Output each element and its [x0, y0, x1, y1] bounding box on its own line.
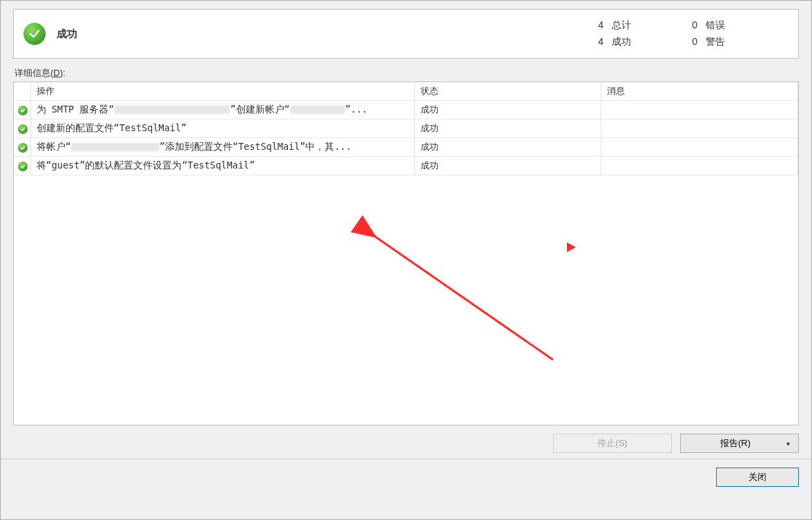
- details-table-container: 操作 状态 消息 为 SMTP 服务器“”创建新帐户“”...成功创建新的配置文…: [13, 81, 799, 425]
- stop-button: 停止(S): [553, 434, 672, 453]
- table-row[interactable]: 将帐户“”添加到配置文件“TestSqlMail”中，其...成功: [14, 138, 798, 157]
- success-label: 成功: [612, 36, 667, 48]
- col-header-status[interactable]: 状态: [414, 82, 601, 101]
- summary-title: 成功: [57, 28, 77, 41]
- success-small-icon: [18, 124, 28, 134]
- table-row[interactable]: 创建新的配置文件“TestSqlMail”成功: [14, 119, 798, 138]
- dialog-body: 成功 4 总计 0 错误 4 成功 0 警告 详细信息(D):: [1, 1, 811, 459]
- total-count: 4: [579, 19, 606, 32]
- success-icon: [23, 23, 46, 45]
- report-button[interactable]: 报告(R): [680, 434, 799, 453]
- row-status-cell: 成功: [414, 101, 601, 119]
- action-button-row: 停止(S) 报告(R): [13, 425, 799, 459]
- row-status-icon-cell: [14, 138, 30, 157]
- summary-panel: 成功 4 总计 0 错误 4 成功 0 警告: [13, 9, 799, 59]
- col-header-icon[interactable]: [14, 82, 30, 101]
- row-operation-cell: 创建新的配置文件“TestSqlMail”: [30, 119, 414, 138]
- table-row[interactable]: 为 SMTP 服务器“”创建新帐户“”...成功: [14, 101, 798, 119]
- row-message-cell: [601, 101, 798, 119]
- error-count: 0: [673, 19, 700, 32]
- row-message-cell: [601, 138, 798, 157]
- col-header-operation[interactable]: 操作: [30, 82, 414, 101]
- row-operation-cell: 将帐户“”添加到配置文件“TestSqlMail”中，其...: [30, 138, 414, 157]
- details-label-underline: D: [53, 68, 59, 78]
- total-label: 总计: [612, 19, 667, 32]
- success-small-icon: [18, 106, 28, 115]
- warning-label: 警告: [706, 36, 747, 48]
- details-label-prefix: 详细信息(: [14, 68, 53, 78]
- details-table: 操作 状态 消息 为 SMTP 服务器“”创建新帐户“”...成功创建新的配置文…: [14, 82, 798, 175]
- row-status-cell: 成功: [414, 138, 601, 157]
- success-count: 4: [579, 36, 606, 48]
- redacted-text: [290, 106, 345, 114]
- table-row[interactable]: 将“guest”的默认配置文件设置为“TestSqlMail”成功: [14, 157, 798, 175]
- success-small-icon: [18, 162, 28, 171]
- summary-left: 成功: [23, 23, 579, 45]
- redacted-text: [114, 106, 230, 114]
- row-status-icon-cell: [14, 101, 30, 119]
- progress-dialog: 成功 4 总计 0 错误 4 成功 0 警告 详细信息(D):: [0, 0, 812, 520]
- details-label: 详细信息(D):: [14, 67, 799, 79]
- footer-button-row: 关闭: [1, 459, 811, 497]
- row-status-cell: 成功: [414, 119, 601, 138]
- close-button[interactable]: 关闭: [716, 468, 799, 487]
- row-status-cell: 成功: [414, 157, 601, 175]
- warning-count: 0: [673, 36, 700, 48]
- col-header-message[interactable]: 消息: [601, 82, 798, 101]
- success-small-icon: [18, 143, 28, 153]
- error-label: 错误: [706, 19, 747, 32]
- row-message-cell: [601, 119, 798, 138]
- details-label-suffix: ):: [60, 68, 66, 78]
- row-message-cell: [601, 157, 798, 175]
- redacted-text: [71, 143, 160, 151]
- row-operation-cell: 为 SMTP 服务器“”创建新帐户“”...: [30, 101, 414, 119]
- row-operation-cell: 将“guest”的默认配置文件设置为“TestSqlMail”: [30, 157, 414, 175]
- row-status-icon-cell: [14, 157, 30, 175]
- row-status-icon-cell: [14, 119, 30, 138]
- summary-stats: 4 总计 0 错误 4 成功 0 警告: [579, 19, 747, 48]
